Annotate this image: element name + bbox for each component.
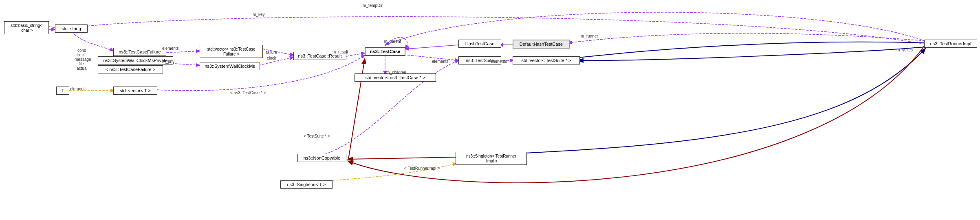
node-basic-string-label: std::basic_string< char > bbox=[11, 23, 42, 33]
node-string-label: std::string bbox=[62, 26, 81, 31]
label-limit: limit bbox=[77, 53, 85, 57]
node-testcase-failure-label: ns3::TestCaseFailure bbox=[119, 49, 161, 54]
node-systemwallclockms: ns3::SystemWallClockMs bbox=[200, 62, 260, 70]
node-testcase-label: ns3::TestCase bbox=[370, 49, 400, 54]
node-vector-tcf-label: std::vector< ns3::TestCaseFailure > bbox=[207, 47, 255, 56]
label-m-tempdir: m_tempDir bbox=[363, 3, 383, 8]
label-elements-1: elements bbox=[162, 46, 179, 51]
node-systemwallclock-private-label: ns3::SystemWallClockMsPrivate bbox=[104, 58, 168, 63]
node-vector-t: std::vector< T > bbox=[113, 87, 157, 95]
node-vector-testsuite-ptr-label: std::vector< TestSuite * > bbox=[521, 58, 571, 63]
node-default-hash-testcase: DefaultHashTestCase bbox=[513, 40, 570, 49]
label-testrunnerimpl: < TestRunnerImpl > bbox=[404, 166, 440, 171]
label-m-key: m_key bbox=[253, 12, 264, 17]
node-systemwallclockms-label: ns3::SystemWallClockMs bbox=[205, 64, 255, 69]
node-vector-t-label: std::vector< T > bbox=[120, 88, 151, 93]
label-testsuite-ptr: < TestSuite * > bbox=[304, 134, 330, 138]
arrows-svg bbox=[0, 0, 980, 220]
node-vector-tcf: std::vector< ns3::TestCaseFailure > bbox=[200, 45, 263, 58]
node-hash-testcase: HashTestCase bbox=[458, 40, 501, 48]
node-t: T bbox=[56, 87, 69, 95]
node-noncopyable: ns3::NonCopyable bbox=[297, 154, 346, 162]
label-m-children: m_children bbox=[386, 70, 406, 75]
node-singleton-testrunner: ns3::Singleton< TestRunner Impl > bbox=[456, 152, 527, 165]
diagram: std::basic_string< char > std::string ns… bbox=[0, 0, 980, 220]
node-string: std::string bbox=[55, 24, 88, 33]
node-testrunner-impl: ns3::TestRunnerImpl bbox=[924, 40, 977, 48]
node-testrunner-impl-label: ns3::TestRunnerImpl bbox=[930, 41, 971, 46]
label-elements-testsuite: elements bbox=[432, 59, 449, 64]
node-hash-testcase-label: HashTestCase bbox=[465, 41, 495, 46]
node-vector-testcase-ptr-label: std::vector< ns3::TestCase * > bbox=[366, 75, 425, 80]
label-elements-vector-testsuite: elements bbox=[491, 59, 507, 64]
node-testcase: ns3::TestCase bbox=[365, 47, 405, 56]
node-vector-tcf-ptr-label: < ns3::TestCaseFailure > bbox=[106, 67, 155, 72]
node-vector-tcf-ptr: < ns3::TestCaseFailure > bbox=[98, 65, 163, 73]
label-message: message bbox=[75, 57, 91, 62]
label-file: file bbox=[79, 62, 84, 66]
node-vector-testsuite-ptr: std::vector< TestSuite * > bbox=[513, 56, 580, 64]
node-noncopyable-label: ns3::NonCopyable bbox=[304, 156, 341, 160]
label-m-priv: m_priv bbox=[162, 59, 174, 64]
node-vector-testcase-ptr: std::vector< ns3::TestCase * > bbox=[355, 73, 436, 82]
label-testcase-ptr: < ns3::TestCase * > bbox=[230, 91, 266, 95]
node-basic-string: std::basic_string< char > bbox=[4, 21, 49, 34]
label-elements-T: elements bbox=[70, 87, 87, 91]
label-cond: cond bbox=[77, 48, 86, 53]
node-testsuite-label: ns3::TestSuite bbox=[466, 58, 494, 63]
node-singleton-t-label: ns3::Singleton< T > bbox=[287, 182, 326, 187]
node-singleton-testrunner-label: ns3::Singleton< TestRunner Impl > bbox=[466, 154, 516, 163]
label-m-parent: m_parent bbox=[384, 39, 401, 44]
node-singleton-t: ns3::Singleton< T > bbox=[280, 180, 333, 189]
node-t-label: T bbox=[62, 88, 64, 93]
node-testcase-failure: ns3::TestCaseFailure bbox=[113, 48, 166, 56]
node-default-hash-testcase-label: DefaultHashTestCase bbox=[520, 42, 563, 47]
label-m-suites: m_suites bbox=[896, 48, 913, 52]
label-failure: failure bbox=[266, 50, 277, 55]
label-actual: actual bbox=[77, 66, 88, 71]
label-clock: clock bbox=[267, 56, 276, 60]
label-m-runner: m_runner bbox=[581, 34, 598, 38]
label-m-result: m_result bbox=[333, 50, 348, 54]
